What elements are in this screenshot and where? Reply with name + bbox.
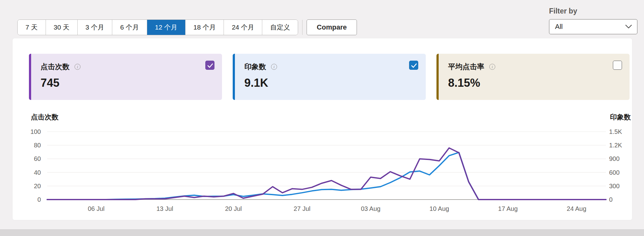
filter-by-label: Filter by [549,7,637,15]
left-axis-tick: 60 [21,155,41,162]
right-axis-tick: 1.2K [609,141,631,149]
series-line-right [47,152,606,200]
series-line-left [47,148,606,200]
time-range-button[interactable]: 3 个月 [77,20,112,35]
toolbar-divider [302,20,303,35]
right-axis-tick: 300 [609,182,631,190]
chevron-down-icon [625,25,632,29]
time-range-button[interactable]: 24 个月 [224,20,262,35]
x-axis-tick: 10 Aug [424,205,455,212]
time-range-button[interactable]: 30 天 [46,20,77,35]
left-axis-tick: 0 [21,196,41,203]
left-axis-tick: 20 [21,182,41,190]
bottom-bar [0,229,644,236]
x-axis-tick: 24 Aug [561,205,592,212]
time-range-button[interactable]: 18 个月 [185,20,224,35]
x-axis-tick: 06 Jul [80,205,112,212]
compare-button[interactable]: Compare [307,19,357,35]
x-axis-tick: 20 Jul [218,205,249,212]
time-range-button[interactable]: 12 个月 [147,20,185,35]
line-chart [13,38,632,220]
left-axis-tick: 80 [21,141,41,149]
time-range-group: 7 天30 天3 个月6 个月12 个月18 个月24 个月自定义 [17,19,298,35]
right-axis-tick: 900 [609,155,631,162]
right-axis-tick: 0 [609,196,631,203]
x-axis-tick: 03 Aug [355,205,386,212]
chart-panel: 点击次数i745印象数i9.1K平均点击率i8.15% 点击次数 印象数 100… [13,38,632,220]
x-axis-tick: 27 Jul [286,205,318,212]
time-range-button[interactable]: 自定义 [262,20,298,35]
left-axis-tick: 40 [21,169,41,176]
time-range-button[interactable]: 7 天 [18,20,46,35]
left-axis-tick: 100 [21,128,41,135]
filter-dropdown[interactable]: All [549,19,637,34]
right-axis-tick: 600 [609,169,631,176]
filter-area: Filter by All [549,7,637,34]
filter-selected-value: All [555,23,563,31]
x-axis-tick: 17 Aug [492,205,524,212]
x-axis-tick: 13 Jul [149,205,180,212]
toolbar: 7 天30 天3 个月6 个月12 个月18 个月24 个月自定义 Compar… [17,19,357,35]
analytics-dashboard: 7 天30 天3 个月6 个月12 个月18 个月24 个月自定义 Compar… [0,0,644,236]
right-axis-tick: 1.5K [609,128,631,135]
time-range-button[interactable]: 6 个月 [112,20,147,35]
